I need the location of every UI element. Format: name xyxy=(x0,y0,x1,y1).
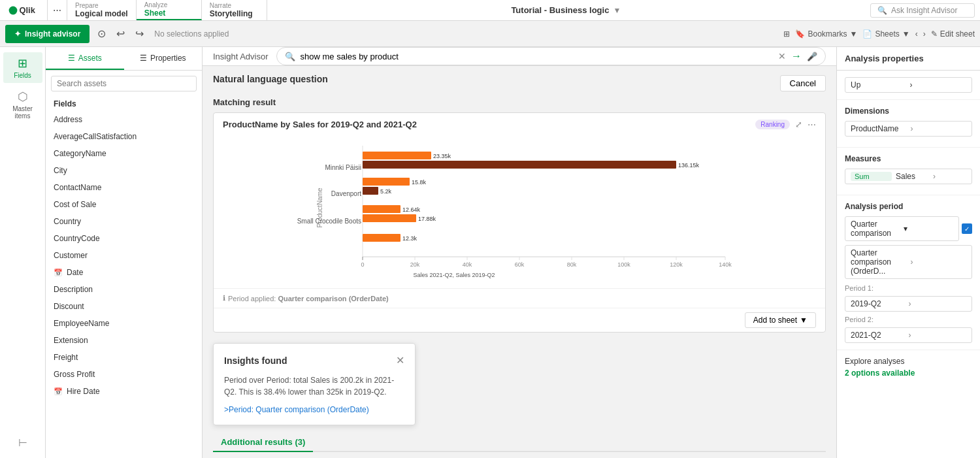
analysis-period-dropdown[interactable]: Quarter comparison ▾ xyxy=(845,216,959,241)
svg-rect-16 xyxy=(363,161,676,169)
list-item[interactable]: Customer xyxy=(46,247,202,264)
more-menu-icon[interactable]: ⋯ xyxy=(48,0,67,20)
more-options-icon[interactable]: ⋯ xyxy=(808,120,816,129)
period1-dropdown[interactable]: 2019-Q2 › xyxy=(845,296,972,312)
prepare-section[interactable]: Prepare Logical model xyxy=(67,0,137,20)
list-item[interactable]: Cost of Sale xyxy=(46,196,202,213)
period2-dropdown[interactable]: 2021-Q2 › xyxy=(845,327,972,343)
prev-sheet-icon[interactable]: ‹ xyxy=(915,29,918,39)
fields-section-label: Fields xyxy=(46,97,202,111)
svg-text:120k: 120k xyxy=(670,261,683,268)
tab-assets[interactable]: ☰ Assets xyxy=(46,47,124,70)
list-item[interactable]: Discount xyxy=(46,298,202,315)
list-item[interactable]: 📅 Date xyxy=(46,264,202,281)
analysis-period-section: Analysis period Quarter comparison ▾ ✓ Q… xyxy=(837,195,980,350)
ia-search-clear-icon[interactable]: ✕ xyxy=(778,51,786,61)
dimensions-section: Dimensions ProductName › xyxy=(837,100,980,148)
dimension-productname[interactable]: ProductName › xyxy=(845,121,972,137)
analysis-period-checkbox[interactable]: ✓ xyxy=(962,223,972,234)
expand-panel-icon: ⊢ xyxy=(18,436,27,449)
analysis-period-sub[interactable]: Quarter comparison (OrderD... › xyxy=(845,245,972,279)
narrate-section[interactable]: Narrate Storytelling xyxy=(202,0,267,20)
main-chart-card: ProductName by Sales for 2019-Q2 and 202… xyxy=(213,112,826,333)
undo-icon[interactable]: ↩ xyxy=(114,25,127,42)
svg-text:23.35k: 23.35k xyxy=(433,153,451,159)
period-rows: Period 1: 2019-Q2 › Period 2: 2021-Q2 › xyxy=(845,284,972,343)
svg-text:20k: 20k xyxy=(410,261,420,268)
list-item[interactable]: Address xyxy=(46,111,202,128)
list-item[interactable]: Freight xyxy=(46,349,202,366)
chart-card-header: ProductName by Sales for 2019-Q2 and 202… xyxy=(214,113,825,136)
insight-advisor-button[interactable]: ✦ Insight advisor xyxy=(5,25,90,43)
chevron-right-icon: › xyxy=(911,257,967,267)
add-to-sheet-button[interactable]: Add to sheet ▼ xyxy=(745,312,816,328)
cancel-button[interactable]: Cancel xyxy=(780,75,826,91)
grid-view-icon[interactable]: ⊞ xyxy=(783,29,790,39)
chevron-down-icon: ▾ xyxy=(904,224,954,233)
app-title[interactable]: Tutorial - Business logic ▼ xyxy=(511,5,621,15)
no-selections-label: No selections applied xyxy=(154,29,229,39)
chevron-right-icon: › xyxy=(909,331,967,340)
insights-period-link[interactable]: >Period: Quarter comparison (OrderDate) xyxy=(224,405,369,414)
measure-sales[interactable]: Sum Sales › xyxy=(845,169,972,184)
expand-icon[interactable]: ⤢ xyxy=(795,120,802,129)
sum-badge: Sum xyxy=(851,172,892,181)
explore-analyses-section: Explore analyses 2 options available xyxy=(837,350,980,384)
redo-icon[interactable]: ↪ xyxy=(133,25,146,42)
next-sheet-icon[interactable]: › xyxy=(923,29,926,39)
list-item[interactable]: CategoryName xyxy=(46,145,202,162)
ia-search-input[interactable] xyxy=(301,52,773,61)
app-title-area: Tutorial - Business logic ▼ xyxy=(267,0,865,20)
properties-tab-icon: ☰ xyxy=(140,54,147,63)
chart-footer: Add to sheet ▼ xyxy=(214,308,825,332)
additional-results-tabs: Additional results (3) xyxy=(213,433,826,452)
list-item[interactable]: ContactName xyxy=(46,179,202,196)
dropdown-arrow-icon: ▼ xyxy=(800,316,808,325)
tab-additional-results[interactable]: Additional results (3) xyxy=(213,433,313,452)
sidebar-item-expand[interactable]: ⊢ xyxy=(3,433,42,453)
ask-ia-button[interactable]: 🔍 Ask Insight Advisor xyxy=(870,3,975,18)
period1-label: Period 1: xyxy=(845,284,972,292)
fields-icon: ⊞ xyxy=(18,56,27,71)
date-icon: 📅 xyxy=(54,387,63,396)
analyze-section[interactable]: Analyze Sheet xyxy=(137,0,202,20)
svg-text:12.64k: 12.64k xyxy=(402,206,421,213)
list-item[interactable]: 📅 Hire Date xyxy=(46,383,202,400)
assets-search-area xyxy=(46,71,202,97)
chart-period-notice: ℹ Period applied: Quarter comparison (Or… xyxy=(214,288,825,308)
tab-properties[interactable]: ☰ Properties xyxy=(124,47,203,70)
list-item[interactable]: Extension xyxy=(46,332,202,349)
list-item[interactable]: Country xyxy=(46,213,202,230)
list-item[interactable]: Description xyxy=(46,281,202,298)
master-items-icon: ⬡ xyxy=(18,90,28,104)
chevron-right-icon: › xyxy=(933,172,966,181)
period2-label: Period 2: xyxy=(845,316,972,323)
explore-analyses-link[interactable]: 2 options available xyxy=(845,368,972,378)
list-item[interactable]: City xyxy=(46,162,202,179)
svg-text:Davenport: Davenport xyxy=(331,190,361,197)
list-item[interactable]: AverageCallSatisfaction xyxy=(46,128,202,145)
additional-results-section: Additional results (3) Contribution of P… xyxy=(213,433,826,458)
edit-sheet-button[interactable]: ✎ Edit sheet xyxy=(931,29,975,39)
ia-icon: ✦ xyxy=(14,29,21,39)
list-item[interactable]: Gross Profit xyxy=(46,366,202,383)
search-input[interactable] xyxy=(51,76,197,91)
svg-text:136.15k: 136.15k xyxy=(678,162,700,169)
ia-search-submit-icon[interactable]: → xyxy=(791,50,802,62)
ia-microphone-icon[interactable]: 🎤 xyxy=(807,52,817,61)
assets-tabs: ☰ Assets ☰ Properties xyxy=(46,47,202,71)
smart-search-icon[interactable]: ⊙ xyxy=(95,25,108,42)
sidebar-item-master-items[interactable]: ⬡ Master items xyxy=(3,86,42,123)
svg-text:80k: 80k xyxy=(567,261,577,268)
sidebar-item-fields[interactable]: ⊞ Fields xyxy=(3,52,42,83)
direction-dropdown[interactable]: Up › xyxy=(845,77,972,93)
close-insights-icon[interactable]: ✕ xyxy=(396,354,404,367)
svg-text:Qlik: Qlik xyxy=(20,5,36,15)
bookmarks-button[interactable]: 🔖 Bookmarks ▼ xyxy=(795,29,857,39)
list-item[interactable]: CountryCode xyxy=(46,230,202,247)
assets-panel: ☰ Assets ☰ Properties Fields Address Ave… xyxy=(46,47,203,458)
list-item[interactable]: EmployeeName xyxy=(46,315,202,332)
svg-text:15.8k: 15.8k xyxy=(412,179,427,186)
logo: Qlik xyxy=(0,0,48,20)
sheets-button[interactable]: 📄 Sheets ▼ xyxy=(862,29,909,39)
